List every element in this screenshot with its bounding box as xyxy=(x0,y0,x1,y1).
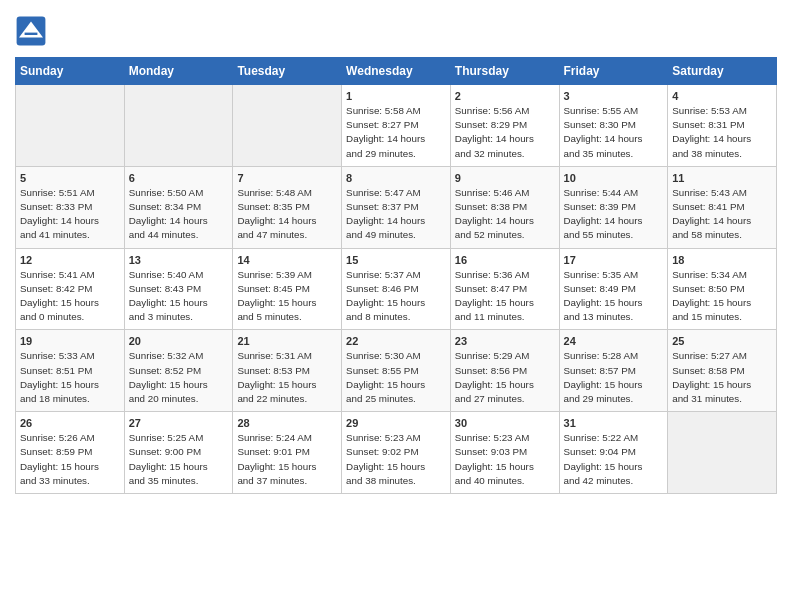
calendar-cell: 29Sunrise: 5:23 AM Sunset: 9:02 PM Dayli… xyxy=(342,412,451,494)
day-info: Sunrise: 5:33 AM Sunset: 8:51 PM Dayligh… xyxy=(20,349,120,406)
calendar-cell: 24Sunrise: 5:28 AM Sunset: 8:57 PM Dayli… xyxy=(559,330,668,412)
day-number: 5 xyxy=(20,172,120,184)
day-number: 19 xyxy=(20,335,120,347)
day-info: Sunrise: 5:35 AM Sunset: 8:49 PM Dayligh… xyxy=(564,268,664,325)
day-number: 18 xyxy=(672,254,772,266)
day-of-week-header: Tuesday xyxy=(233,58,342,85)
day-info: Sunrise: 5:26 AM Sunset: 8:59 PM Dayligh… xyxy=(20,431,120,488)
calendar-cell: 22Sunrise: 5:30 AM Sunset: 8:55 PM Dayli… xyxy=(342,330,451,412)
day-info: Sunrise: 5:56 AM Sunset: 8:29 PM Dayligh… xyxy=(455,104,555,161)
day-number: 6 xyxy=(129,172,229,184)
calendar-week-row: 5Sunrise: 5:51 AM Sunset: 8:33 PM Daylig… xyxy=(16,166,777,248)
calendar-cell: 16Sunrise: 5:36 AM Sunset: 8:47 PM Dayli… xyxy=(450,248,559,330)
calendar-cell xyxy=(668,412,777,494)
day-number: 20 xyxy=(129,335,229,347)
day-info: Sunrise: 5:36 AM Sunset: 8:47 PM Dayligh… xyxy=(455,268,555,325)
day-number: 28 xyxy=(237,417,337,429)
calendar-cell: 19Sunrise: 5:33 AM Sunset: 8:51 PM Dayli… xyxy=(16,330,125,412)
page-header xyxy=(15,15,777,47)
calendar-cell: 11Sunrise: 5:43 AM Sunset: 8:41 PM Dayli… xyxy=(668,166,777,248)
day-info: Sunrise: 5:24 AM Sunset: 9:01 PM Dayligh… xyxy=(237,431,337,488)
day-info: Sunrise: 5:31 AM Sunset: 8:53 PM Dayligh… xyxy=(237,349,337,406)
day-info: Sunrise: 5:53 AM Sunset: 8:31 PM Dayligh… xyxy=(672,104,772,161)
calendar-week-row: 1Sunrise: 5:58 AM Sunset: 8:27 PM Daylig… xyxy=(16,85,777,167)
day-number: 26 xyxy=(20,417,120,429)
day-info: Sunrise: 5:27 AM Sunset: 8:58 PM Dayligh… xyxy=(672,349,772,406)
calendar-cell: 23Sunrise: 5:29 AM Sunset: 8:56 PM Dayli… xyxy=(450,330,559,412)
calendar-cell: 12Sunrise: 5:41 AM Sunset: 8:42 PM Dayli… xyxy=(16,248,125,330)
day-number: 3 xyxy=(564,90,664,102)
day-info: Sunrise: 5:39 AM Sunset: 8:45 PM Dayligh… xyxy=(237,268,337,325)
day-of-week-header: Friday xyxy=(559,58,668,85)
calendar-cell: 15Sunrise: 5:37 AM Sunset: 8:46 PM Dayli… xyxy=(342,248,451,330)
day-info: Sunrise: 5:30 AM Sunset: 8:55 PM Dayligh… xyxy=(346,349,446,406)
calendar-cell: 6Sunrise: 5:50 AM Sunset: 8:34 PM Daylig… xyxy=(124,166,233,248)
calendar-cell: 13Sunrise: 5:40 AM Sunset: 8:43 PM Dayli… xyxy=(124,248,233,330)
calendar-cell: 17Sunrise: 5:35 AM Sunset: 8:49 PM Dayli… xyxy=(559,248,668,330)
calendar-cell: 2Sunrise: 5:56 AM Sunset: 8:29 PM Daylig… xyxy=(450,85,559,167)
day-number: 21 xyxy=(237,335,337,347)
calendar-cell: 10Sunrise: 5:44 AM Sunset: 8:39 PM Dayli… xyxy=(559,166,668,248)
svg-rect-2 xyxy=(25,33,38,35)
calendar-cell: 9Sunrise: 5:46 AM Sunset: 8:38 PM Daylig… xyxy=(450,166,559,248)
day-number: 13 xyxy=(129,254,229,266)
calendar-cell xyxy=(16,85,125,167)
day-info: Sunrise: 5:34 AM Sunset: 8:50 PM Dayligh… xyxy=(672,268,772,325)
calendar-cell: 25Sunrise: 5:27 AM Sunset: 8:58 PM Dayli… xyxy=(668,330,777,412)
day-number: 22 xyxy=(346,335,446,347)
day-number: 23 xyxy=(455,335,555,347)
calendar-cell xyxy=(124,85,233,167)
calendar-cell: 31Sunrise: 5:22 AM Sunset: 9:04 PM Dayli… xyxy=(559,412,668,494)
day-of-week-header: Sunday xyxy=(16,58,125,85)
day-number: 12 xyxy=(20,254,120,266)
day-number: 29 xyxy=(346,417,446,429)
day-info: Sunrise: 5:50 AM Sunset: 8:34 PM Dayligh… xyxy=(129,186,229,243)
day-number: 25 xyxy=(672,335,772,347)
day-of-week-header: Wednesday xyxy=(342,58,451,85)
day-info: Sunrise: 5:46 AM Sunset: 8:38 PM Dayligh… xyxy=(455,186,555,243)
calendar-cell: 27Sunrise: 5:25 AM Sunset: 9:00 PM Dayli… xyxy=(124,412,233,494)
day-number: 9 xyxy=(455,172,555,184)
day-of-week-header: Monday xyxy=(124,58,233,85)
calendar-cell: 26Sunrise: 5:26 AM Sunset: 8:59 PM Dayli… xyxy=(16,412,125,494)
day-number: 11 xyxy=(672,172,772,184)
day-info: Sunrise: 5:58 AM Sunset: 8:27 PM Dayligh… xyxy=(346,104,446,161)
calendar-cell: 18Sunrise: 5:34 AM Sunset: 8:50 PM Dayli… xyxy=(668,248,777,330)
calendar-cell: 1Sunrise: 5:58 AM Sunset: 8:27 PM Daylig… xyxy=(342,85,451,167)
day-number: 10 xyxy=(564,172,664,184)
day-info: Sunrise: 5:47 AM Sunset: 8:37 PM Dayligh… xyxy=(346,186,446,243)
calendar-cell: 8Sunrise: 5:47 AM Sunset: 8:37 PM Daylig… xyxy=(342,166,451,248)
day-info: Sunrise: 5:23 AM Sunset: 9:02 PM Dayligh… xyxy=(346,431,446,488)
day-number: 1 xyxy=(346,90,446,102)
days-header-row: SundayMondayTuesdayWednesdayThursdayFrid… xyxy=(16,58,777,85)
day-number: 31 xyxy=(564,417,664,429)
calendar-cell: 4Sunrise: 5:53 AM Sunset: 8:31 PM Daylig… xyxy=(668,85,777,167)
day-info: Sunrise: 5:40 AM Sunset: 8:43 PM Dayligh… xyxy=(129,268,229,325)
day-info: Sunrise: 5:28 AM Sunset: 8:57 PM Dayligh… xyxy=(564,349,664,406)
logo-icon xyxy=(15,15,47,47)
day-info: Sunrise: 5:23 AM Sunset: 9:03 PM Dayligh… xyxy=(455,431,555,488)
calendar-cell: 28Sunrise: 5:24 AM Sunset: 9:01 PM Dayli… xyxy=(233,412,342,494)
day-of-week-header: Saturday xyxy=(668,58,777,85)
calendar-cell: 21Sunrise: 5:31 AM Sunset: 8:53 PM Dayli… xyxy=(233,330,342,412)
calendar-cell: 7Sunrise: 5:48 AM Sunset: 8:35 PM Daylig… xyxy=(233,166,342,248)
calendar-table: SundayMondayTuesdayWednesdayThursdayFrid… xyxy=(15,57,777,494)
day-info: Sunrise: 5:51 AM Sunset: 8:33 PM Dayligh… xyxy=(20,186,120,243)
day-number: 30 xyxy=(455,417,555,429)
calendar-week-row: 19Sunrise: 5:33 AM Sunset: 8:51 PM Dayli… xyxy=(16,330,777,412)
calendar-week-row: 26Sunrise: 5:26 AM Sunset: 8:59 PM Dayli… xyxy=(16,412,777,494)
day-number: 2 xyxy=(455,90,555,102)
day-info: Sunrise: 5:44 AM Sunset: 8:39 PM Dayligh… xyxy=(564,186,664,243)
day-info: Sunrise: 5:41 AM Sunset: 8:42 PM Dayligh… xyxy=(20,268,120,325)
calendar-cell: 20Sunrise: 5:32 AM Sunset: 8:52 PM Dayli… xyxy=(124,330,233,412)
day-info: Sunrise: 5:55 AM Sunset: 8:30 PM Dayligh… xyxy=(564,104,664,161)
calendar-cell: 3Sunrise: 5:55 AM Sunset: 8:30 PM Daylig… xyxy=(559,85,668,167)
day-info: Sunrise: 5:29 AM Sunset: 8:56 PM Dayligh… xyxy=(455,349,555,406)
day-number: 27 xyxy=(129,417,229,429)
calendar-cell: 14Sunrise: 5:39 AM Sunset: 8:45 PM Dayli… xyxy=(233,248,342,330)
day-info: Sunrise: 5:48 AM Sunset: 8:35 PM Dayligh… xyxy=(237,186,337,243)
day-number: 7 xyxy=(237,172,337,184)
day-number: 4 xyxy=(672,90,772,102)
calendar-week-row: 12Sunrise: 5:41 AM Sunset: 8:42 PM Dayli… xyxy=(16,248,777,330)
day-info: Sunrise: 5:43 AM Sunset: 8:41 PM Dayligh… xyxy=(672,186,772,243)
